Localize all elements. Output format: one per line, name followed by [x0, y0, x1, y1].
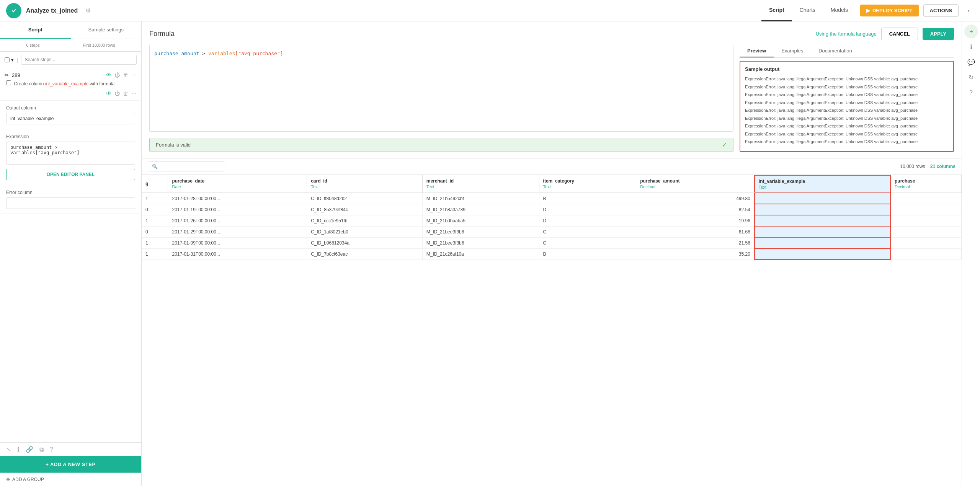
open-editor-button[interactable]: OPEN EDITOR PANEL	[6, 169, 135, 180]
refresh-sidebar-icon[interactable]: ↻	[964, 70, 978, 84]
tab-documentation[interactable]: Documentation	[811, 45, 859, 57]
data-section: 10,000 rows 21 columns g purchase_dateDa…	[142, 158, 962, 486]
col-header-g: g	[142, 175, 168, 193]
cell-card_id: C_ID_ccc1e951fb	[307, 215, 423, 226]
deploy-script-button[interactable]: ▶ DEPLOY SCRIPT	[860, 5, 919, 16]
table-meta: 10,000 rows 21 columns	[900, 164, 956, 169]
nav-models[interactable]: Models	[823, 0, 856, 21]
main-layout: Script Sample settings 6 steps First 10,…	[0, 21, 980, 486]
output-column-input[interactable]	[6, 113, 135, 124]
expand-icon[interactable]: ⤡	[6, 446, 11, 453]
formula-editor[interactable]: purchase_amount > variables["avg_purchas…	[149, 45, 733, 132]
cell-purchase	[890, 248, 961, 259]
table-scroll-area[interactable]: g purchase_dateDate card_idText merchant…	[142, 175, 962, 486]
expression-textarea[interactable]	[6, 142, 135, 165]
error-column-input[interactable]	[6, 197, 135, 209]
valid-message: Formula is valid	[156, 142, 191, 148]
tab-examples[interactable]: Examples	[774, 45, 811, 57]
col-header-merchant-id: merchant_idText	[422, 175, 539, 193]
settings-icon[interactable]: ⚙	[85, 7, 91, 14]
cell-purchase_date: 2017-01-29T00:00:00...	[168, 226, 307, 237]
error-line: ExpressionError: java.lang.IllegalArgume…	[745, 84, 949, 90]
power-icon[interactable]: ⏻	[114, 72, 120, 78]
formula-language-link[interactable]: Using the formula language	[816, 31, 877, 37]
cell-purchase_date: 2017-01-09T00:00:00...	[168, 237, 307, 248]
copy-icon[interactable]: ⧉	[39, 446, 44, 453]
cell-purchase_date: 2017-01-19T00:00:00...	[168, 204, 307, 215]
cell-g: 0	[142, 226, 168, 237]
eye-icon-2[interactable]: 👁	[106, 90, 111, 96]
check-icon: ✓	[722, 141, 727, 148]
app-title: Analyze tx_joined	[26, 7, 78, 14]
output-column-section: Output column	[0, 101, 141, 129]
table-toolbar: 10,000 rows 21 columns	[142, 158, 962, 175]
search-steps-input[interactable]	[21, 55, 137, 65]
cell-int_variable_example	[755, 215, 890, 226]
actions-button[interactable]: ACTIONS	[923, 4, 959, 17]
error-column-label: Error column	[6, 190, 135, 195]
error-lines: ExpressionError: java.lang.IllegalArgume…	[745, 76, 949, 145]
column-count[interactable]: 21 columns	[930, 164, 956, 169]
tab-preview[interactable]: Preview	[740, 45, 774, 57]
back-icon[interactable]: ←	[966, 6, 974, 15]
info-sidebar-icon[interactable]: ℹ	[964, 40, 978, 54]
cell-item_category: C	[539, 237, 636, 248]
nav-script[interactable]: Script	[761, 0, 792, 21]
cell-int_variable_example	[755, 226, 890, 237]
info-icon[interactable]: ℹ	[17, 446, 20, 453]
code-op: >	[199, 51, 208, 56]
cell-purchase	[890, 193, 961, 204]
cell-g: 1	[142, 237, 168, 248]
cell-merchant_id: M_ID_21bee3f3b6	[422, 237, 539, 248]
help-sidebar-icon[interactable]: ?	[964, 86, 978, 99]
error-column-section: Error column	[0, 185, 141, 214]
cell-card_id: C_ID_ff8048d2b2	[307, 193, 423, 204]
tab-sample-settings[interactable]: Sample settings	[71, 21, 142, 39]
add-group-button[interactable]: ⊕ ADD A GROUP	[0, 473, 141, 486]
pencil-icon: ✏	[5, 72, 9, 78]
cell-item_category: D	[539, 204, 636, 215]
logo	[6, 3, 21, 18]
plus-sidebar-icon[interactable]: ＋	[964, 24, 978, 38]
search-bar: ▾ |	[0, 52, 141, 68]
sidebar-tabs: Script Sample settings	[0, 21, 141, 39]
checkbox-select[interactable]: ▾	[5, 57, 14, 63]
nav-charts[interactable]: Charts	[792, 0, 823, 21]
apply-button[interactable]: APPLY	[923, 28, 954, 40]
add-new-step-button[interactable]: + ADD A NEW STEP	[0, 456, 141, 473]
step-checkbox[interactable]	[6, 80, 11, 85]
select-all-checkbox[interactable]	[5, 57, 10, 62]
expression-label: Expression	[6, 134, 135, 139]
step-description: Create column int_variable_example with …	[5, 80, 137, 87]
cell-int_variable_example	[755, 193, 890, 204]
help-icon[interactable]: ?	[50, 446, 53, 453]
table-search-input[interactable]	[148, 161, 224, 171]
comment-sidebar-icon[interactable]: 💬	[964, 55, 978, 69]
cell-int_variable_example	[755, 237, 890, 248]
cell-merchant_id: M_ID_21bee3f3b6	[422, 226, 539, 237]
data-table: g purchase_dateDate card_idText merchant…	[142, 175, 962, 260]
cell-merchant_id: M_ID_21b5492cbf	[422, 193, 539, 204]
error-line: ExpressionError: java.lang.IllegalArgume…	[745, 139, 949, 145]
power-icon-2[interactable]: ⏻	[114, 90, 120, 96]
sidebar-footer: ⤡ ℹ 🔗 ⧉ ? + ADD A NEW STEP ⊕ ADD A GROUP	[0, 442, 141, 486]
row-count: 10,000 rows	[900, 164, 925, 169]
eye-icon[interactable]: 👁	[106, 72, 111, 78]
cell-card_id: C_ID_7b8cf63eac	[307, 248, 423, 259]
error-line: ExpressionError: java.lang.IllegalArgume…	[745, 131, 949, 137]
more-icon-2[interactable]: ⋯	[131, 90, 137, 96]
formula-code: purchase_amount > variables["avg_purchas…	[154, 50, 728, 58]
cell-g: 0	[142, 204, 168, 215]
more-icon[interactable]: ⋯	[131, 72, 137, 78]
sidebar: Script Sample settings 6 steps First 10,…	[0, 21, 142, 486]
share-icon[interactable]: 🔗	[26, 446, 33, 453]
delete-icon-2[interactable]: 🗑	[123, 90, 128, 96]
cell-item_category: D	[539, 215, 636, 226]
cell-purchase	[890, 204, 961, 215]
col-header-purchase-amount: purchase_amountDecimal	[636, 175, 755, 193]
right-sidebar: ＋ ℹ 💬 ↻ ?	[962, 21, 980, 486]
tab-script[interactable]: Script	[0, 21, 71, 39]
cancel-button[interactable]: CANCEL	[881, 28, 918, 40]
delete-icon[interactable]: 🗑	[123, 72, 128, 78]
preview-tabs: Preview Examples Documentation	[740, 45, 954, 58]
